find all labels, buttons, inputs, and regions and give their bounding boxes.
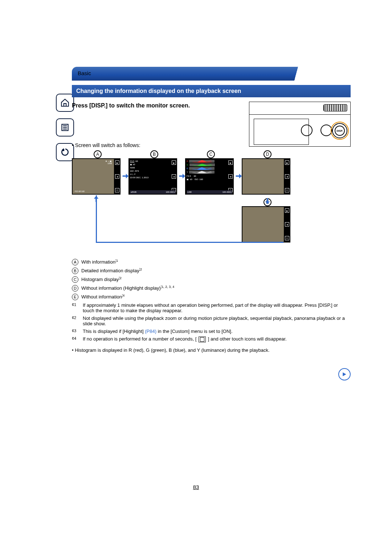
page-link[interactable]: (P84) [145,329,156,334]
back-icon[interactable] [56,143,74,161]
side-nav-rail [56,94,74,161]
next-page-icon[interactable] [338,368,351,380]
legend-item: BDetailed information display¦2 [72,266,351,275]
footnote: ¢3This is displayed if [Highlight] (P84)… [72,327,351,335]
arrow-right-icon [121,172,129,180]
screen-e: ▶★⎙ [242,206,290,243]
arrow-up-icon [92,195,100,203]
legend: AWith information¦1 BDetailed informatio… [72,258,351,354]
camera-illustration: DISP. [249,102,351,147]
breadcrumb-strip: Basic [72,67,352,81]
arrow-right-icon [178,172,186,180]
histogram-note: • Histogram is displayed in R (red), G (… [72,346,351,354]
section-title: Changing the information displayed on th… [72,85,351,97]
screen-c: ▶★⎙ R G B Y F3.5 60 ▣ ±0 ISO160 1/98100-… [185,158,234,195]
screen-b: ▶★⎙ F3.5 60 ▣ ±0 AWB 160 AFS iA L P 10:0… [128,158,177,195]
footnote: ¢4If no operation is performed for a num… [72,335,351,343]
arrow-down-icon [264,197,271,205]
screen-d: ▶★⎙ [242,158,290,195]
trash-icon [199,337,206,342]
disp-button-highlight: DISP. [332,123,347,138]
footnote: ¢2Not displayed while using the playback… [72,314,351,327]
contents-icon[interactable] [56,118,74,137]
label-a: A [94,150,102,158]
legend-item: CHistogram display¦2 [72,275,351,284]
legend-item: AWith information¦1 [72,258,351,266]
breadcrumb: Basic [78,70,91,76]
press-instruction: Press [DISP.] to switch the monitor scre… [72,102,239,109]
footnote: ¢1If approximately 1 minute elapses with… [72,301,351,314]
arrow-right-icon [234,172,242,180]
home-icon[interactable] [56,94,74,112]
a-counter: 1/98 [73,162,119,164]
label-b: B [150,150,158,158]
legend-item: DWithout information (Highlight display)… [72,284,351,293]
legend-item: EWithout information¦4 [72,293,351,301]
label-c: C [207,150,215,158]
flow-diagram: A B C D E ▶★⎙ ★ ⌂ ▣ 1/98 F3.5 60 160 [72,152,351,249]
page-number: 83 [193,484,199,490]
label-d: D [264,150,271,158]
screen-a: ▶★⎙ ★ ⌂ ▣ 1/98 F3.5 60 160 [72,158,121,195]
